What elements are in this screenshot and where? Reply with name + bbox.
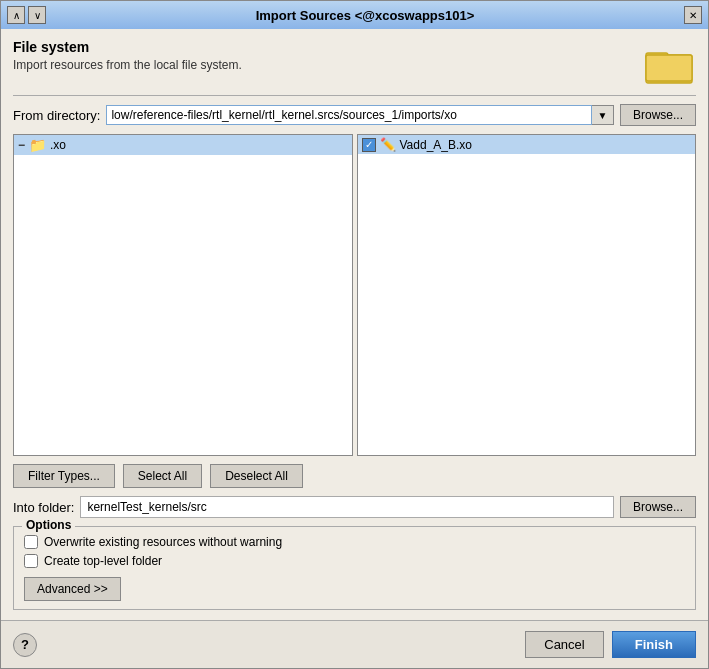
folder-small-icon: 📁 (29, 137, 46, 153)
section-description: Import resources from the local file sys… (13, 58, 242, 72)
top-level-checkbox[interactable] (24, 554, 38, 568)
left-file-panel: − 📁 .xo (13, 134, 353, 456)
deselect-all-button[interactable]: Deselect All (210, 464, 303, 488)
top-level-checkbox-row: Create top-level folder (24, 554, 685, 568)
list-item[interactable]: ✓ ✏️ Vadd_A_B.xo (358, 135, 696, 154)
list-item[interactable]: − 📁 .xo (14, 135, 352, 155)
header-text: File system Import resources from the lo… (13, 39, 242, 72)
restore-button[interactable]: ∨ (28, 6, 46, 24)
footer-buttons: Cancel Finish (525, 631, 696, 658)
pencil-icon: ✏️ (380, 137, 396, 152)
close-button[interactable]: ✕ (684, 6, 702, 24)
header-section: File system Import resources from the lo… (13, 39, 696, 96)
options-legend: Options (22, 518, 75, 532)
dir-input-wrapper: ▼ (106, 105, 614, 125)
from-directory-row: From directory: ▼ Browse... (13, 104, 696, 126)
minus-icon: − (18, 138, 25, 152)
action-buttons-row: Filter Types... Select All Deselect All (13, 464, 696, 488)
svg-rect-2 (646, 55, 692, 81)
main-window: ∧ ∨ Import Sources <@xcoswapps101> ✕ Fil… (0, 0, 709, 669)
folder-icon (644, 39, 696, 87)
title-bar: ∧ ∨ Import Sources <@xcoswapps101> ✕ (1, 1, 708, 29)
overwrite-checkbox[interactable] (24, 535, 38, 549)
directory-input[interactable] (106, 105, 592, 125)
footer: ? Cancel Finish (1, 620, 708, 668)
options-group: Options Overwrite existing resources wit… (13, 526, 696, 610)
browse-folder-button[interactable]: Browse... (620, 496, 696, 518)
into-folder-input[interactable] (80, 496, 614, 518)
into-folder-row: Into folder: Browse... (13, 496, 696, 518)
browse-directory-button[interactable]: Browse... (620, 104, 696, 126)
cancel-button[interactable]: Cancel (525, 631, 603, 658)
window-title: Import Sources <@xcoswapps101> (46, 8, 684, 23)
title-left-controls: ∧ ∨ (7, 6, 46, 24)
right-item-name: Vadd_A_B.xo (400, 138, 473, 152)
left-item-name: .xo (50, 138, 66, 152)
title-bar-controls: ✕ (684, 6, 702, 24)
overwrite-checkbox-row: Overwrite existing resources without war… (24, 535, 685, 549)
advanced-button[interactable]: Advanced >> (24, 577, 121, 601)
help-button[interactable]: ? (13, 633, 37, 657)
section-title: File system (13, 39, 242, 55)
checkbox-checked-icon: ✓ (362, 138, 376, 152)
right-file-panel: ✓ ✏️ Vadd_A_B.xo (357, 134, 697, 456)
into-folder-label: Into folder: (13, 500, 74, 515)
main-content: File system Import resources from the lo… (1, 29, 708, 620)
minimize-button[interactable]: ∧ (7, 6, 25, 24)
file-panels: − 📁 .xo ✓ ✏️ Vadd_A_B.xo (13, 134, 696, 456)
filter-types-button[interactable]: Filter Types... (13, 464, 115, 488)
select-all-button[interactable]: Select All (123, 464, 202, 488)
overwrite-label: Overwrite existing resources without war… (44, 535, 282, 549)
top-level-label: Create top-level folder (44, 554, 162, 568)
finish-button[interactable]: Finish (612, 631, 696, 658)
from-directory-label: From directory: (13, 108, 100, 123)
directory-dropdown-button[interactable]: ▼ (592, 105, 614, 125)
